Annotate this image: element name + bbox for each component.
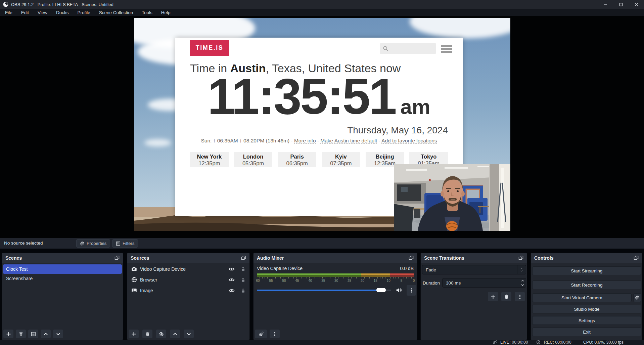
visibility-eye-icon[interactable] bbox=[229, 288, 235, 293]
maximize-button[interactable] bbox=[613, 0, 629, 9]
menu-edit[interactable]: Edit bbox=[17, 9, 33, 16]
remove-source-button[interactable] bbox=[142, 330, 152, 338]
source-row-browser[interactable]: Browser bbox=[127, 275, 249, 285]
kebab-icon bbox=[517, 294, 522, 299]
more-info-link[interactable]: More info bbox=[294, 138, 316, 144]
image-icon bbox=[131, 288, 137, 293]
advanced-audio-button[interactable] bbox=[255, 330, 267, 338]
spin-down-icon[interactable] bbox=[521, 283, 524, 287]
remove-scene-button[interactable] bbox=[16, 330, 26, 338]
volume-slider[interactable] bbox=[257, 290, 391, 291]
chevron-down-icon bbox=[56, 332, 61, 337]
menubar: File Edit View Docks Profile Scene Colle… bbox=[0, 9, 644, 16]
menu-tools[interactable]: Tools bbox=[137, 9, 157, 16]
add-transition-button[interactable] bbox=[488, 292, 498, 301]
timeis-search-input[interactable] bbox=[380, 43, 436, 54]
visibility-eye-icon[interactable] bbox=[229, 266, 235, 272]
window-title: OBS 29.1.2 - Profile: LLHLS BETA - Scene… bbox=[11, 2, 113, 7]
scene-filters-button[interactable] bbox=[28, 330, 38, 338]
select-chevrons[interactable] bbox=[517, 265, 526, 274]
close-button[interactable] bbox=[629, 0, 644, 9]
controls-header[interactable]: Controls bbox=[531, 253, 642, 263]
popout-icon[interactable] bbox=[409, 256, 414, 260]
scene-item-screenshare[interactable]: Screenshare bbox=[2, 274, 123, 283]
scenes-panel-header[interactable]: Scenes bbox=[2, 253, 123, 263]
make-default-link[interactable]: Make Austin time default bbox=[320, 138, 377, 144]
popout-icon[interactable] bbox=[114, 256, 120, 260]
chevron-down-icon bbox=[520, 270, 523, 272]
popout-icon[interactable] bbox=[241, 256, 246, 260]
transition-menu-button[interactable] bbox=[515, 292, 525, 301]
start-virtual-camera-button[interactable]: Start Virtual Camera bbox=[532, 293, 632, 302]
hamburger-menu-icon[interactable] bbox=[441, 45, 452, 54]
start-streaming-button[interactable]: Start Streaming bbox=[532, 266, 641, 275]
trash-icon bbox=[145, 332, 150, 337]
scene-preview[interactable]: TIME.IS Time in Austin, Texas, United St… bbox=[134, 18, 510, 231]
lock-icon[interactable] bbox=[241, 288, 245, 293]
transition-select[interactable]: Fade bbox=[422, 265, 526, 274]
spin-up-icon[interactable] bbox=[521, 279, 524, 283]
camera-icon bbox=[131, 266, 137, 272]
add-source-button[interactable] bbox=[129, 330, 139, 338]
move-scene-up-button[interactable] bbox=[41, 330, 51, 338]
filters-button[interactable]: Filters bbox=[112, 239, 138, 248]
popout-icon[interactable] bbox=[634, 256, 639, 260]
speaker-icon[interactable] bbox=[396, 287, 402, 293]
favorite-locations-link[interactable]: Add to favorite locations bbox=[381, 138, 437, 144]
trash-icon bbox=[18, 332, 24, 337]
city-box[interactable]: New York12:35pm bbox=[190, 152, 229, 167]
scene-item-clock-test[interactable]: Clock Test bbox=[3, 264, 122, 274]
settings-button[interactable]: Settings bbox=[532, 316, 641, 325]
move-source-down-button[interactable] bbox=[184, 330, 194, 338]
scenes-panel: Scenes Clock Test Screenshare bbox=[2, 253, 123, 340]
menu-profile[interactable]: Profile bbox=[73, 9, 95, 16]
move-scene-down-button[interactable] bbox=[53, 330, 63, 338]
gear-icon bbox=[159, 332, 164, 337]
volume-slider-handle[interactable] bbox=[376, 288, 386, 292]
duration-spinbox[interactable]: 300 ms bbox=[442, 278, 526, 288]
source-properties-button[interactable] bbox=[156, 330, 166, 338]
add-scene-button[interactable] bbox=[3, 330, 13, 338]
obs-logo-icon bbox=[3, 2, 8, 7]
timeis-logo[interactable]: TIME.IS bbox=[190, 40, 229, 56]
virtual-camera-config-button[interactable] bbox=[633, 293, 641, 302]
cloud-shape bbox=[144, 139, 171, 146]
cloud-shape bbox=[410, 18, 510, 38]
stream-muted-icon bbox=[492, 340, 497, 345]
remove-transition-button[interactable] bbox=[501, 292, 511, 301]
properties-button[interactable]: Properties bbox=[76, 239, 110, 248]
source-row-video-capture[interactable]: Video Capture Device bbox=[127, 264, 249, 274]
chevron-up-icon bbox=[520, 267, 523, 270]
scene-transitions-header[interactable]: Scene Transitions bbox=[421, 253, 527, 263]
start-recording-button[interactable]: Start Recording bbox=[532, 281, 641, 289]
rec-timecode: REC: 00:00:00 bbox=[544, 340, 571, 345]
audio-mixer-header[interactable]: Audio Mixer bbox=[254, 253, 417, 263]
lock-icon[interactable] bbox=[241, 266, 245, 272]
move-source-up-button[interactable] bbox=[170, 330, 180, 338]
filter-icon bbox=[31, 332, 36, 337]
menu-docks[interactable]: Docks bbox=[52, 9, 73, 16]
sources-panel-header[interactable]: Sources bbox=[127, 253, 249, 263]
obs-window: OBS 29.1.2 - Profile: LLHLS BETA - Scene… bbox=[0, 0, 644, 345]
menu-help[interactable]: Help bbox=[157, 9, 175, 16]
menu-view[interactable]: View bbox=[33, 9, 52, 16]
visibility-eye-icon[interactable] bbox=[229, 277, 235, 283]
mixer-channel-menu-button[interactable] bbox=[407, 285, 416, 296]
lock-icon[interactable] bbox=[241, 277, 245, 283]
studio-mode-button[interactable]: Studio Mode bbox=[532, 305, 641, 313]
menu-file[interactable]: File bbox=[1, 9, 17, 16]
window-titlebar[interactable]: OBS 29.1.2 - Profile: LLHLS BETA - Scene… bbox=[0, 0, 644, 9]
webcam-video-source bbox=[394, 164, 510, 231]
exit-button[interactable]: Exit bbox=[532, 328, 641, 336]
mixer-menu-button[interactable] bbox=[270, 330, 280, 338]
minimize-button[interactable] bbox=[598, 0, 613, 9]
city-box[interactable]: Paris06:35pm bbox=[278, 152, 316, 167]
selection-status-text: No source selected bbox=[4, 241, 43, 246]
preview-workspace: TIME.IS Time in Austin, Texas, United St… bbox=[0, 16, 644, 238]
sources-panel: Sources Video Capture Device Browser Ima… bbox=[127, 253, 250, 340]
popout-icon[interactable] bbox=[518, 256, 523, 260]
source-row-image[interactable]: Image bbox=[127, 286, 249, 295]
menu-scene-collection[interactable]: Scene Collection bbox=[95, 9, 137, 16]
city-box[interactable]: London05:35pm bbox=[234, 152, 273, 167]
city-box[interactable]: Kyiv07:35pm bbox=[322, 152, 360, 167]
